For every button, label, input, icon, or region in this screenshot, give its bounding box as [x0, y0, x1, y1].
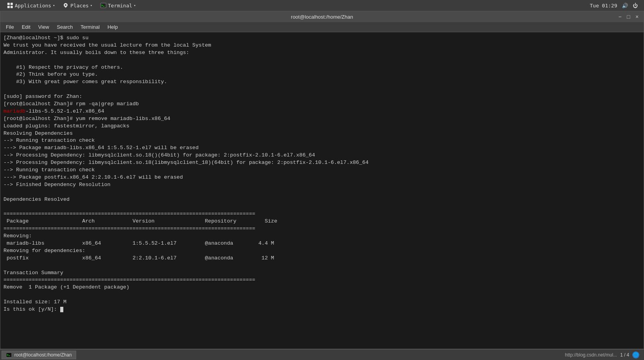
terminal-line: Loaded plugins: fastestmirror, langpacks — [3, 123, 641, 130]
taskbar-terminal-label: root@localhost:/home/Zhan — [14, 352, 72, 358]
terminal-menu[interactable]: Terminal ▾ — [96, 0, 140, 11]
terminal-line: Administrator. It usually boils down to … — [3, 49, 641, 57]
terminal-line: ---> Package postfix.x86_64 2:2.10.1-6.e… — [3, 174, 641, 181]
terminal-line: Resolving Dependencies — [3, 130, 641, 137]
terminal-line: [sudo] password for Zhan: — [3, 93, 641, 101]
datetime: Tue 01:29 — [590, 3, 617, 9]
terminal-line — [3, 57, 641, 64]
terminal-window: root@localhost:/home/Zhan − □ × File Edi… — [0, 11, 644, 349]
taskbar-link[interactable]: http://blog.csdn.net/mul... — [565, 352, 617, 358]
terminal-line: We trust you have received the usual lec… — [3, 42, 641, 49]
terminal-line — [3, 203, 641, 210]
terminal-line: [root@localhost Zhan]# rpm -qa|grep mari… — [3, 101, 641, 108]
applications-arrow: ▾ — [53, 3, 55, 7]
terminal-line: Removing: — [3, 233, 641, 240]
power-icon: ⏻ — [633, 3, 638, 9]
page-indicator: 1 / 4 — [620, 352, 629, 358]
taskbar-terminal-item[interactable]: root@localhost:/home/Zhan — [2, 351, 76, 359]
terminal-line — [3, 291, 641, 299]
terminal-content[interactable]: [Zhan@localhost ~]$ sudo su We trust you… — [0, 32, 644, 349]
window-controls: − □ × — [616, 13, 641, 20]
places-arrow: ▾ — [90, 3, 92, 7]
menu-terminal[interactable]: Terminal — [77, 22, 104, 32]
terminal-line: ========================================… — [3, 277, 641, 284]
terminal-line — [3, 189, 641, 196]
terminal-line: #1) Respect the privacy of others. — [3, 64, 641, 71]
terminal-line: --> Processing Dependency: libmysqlclien… — [3, 152, 641, 159]
terminal-line: ---> Package mariadb-libs.x86_64 1:5.5.5… — [3, 144, 641, 152]
svg-rect-5 — [101, 3, 106, 8]
svg-rect-6 — [6, 353, 12, 357]
menu-edit[interactable]: Edit — [18, 22, 34, 32]
places-icon — [63, 2, 69, 9]
terminal-line: ========================================… — [3, 225, 641, 233]
taskbar-right: http://blog.csdn.net/mul... 1 / 4 🌐 — [565, 351, 642, 358]
menu-bar: File Edit View Search Terminal Help — [0, 22, 644, 32]
minimize-button[interactable]: − — [616, 13, 623, 20]
menu-search[interactable]: Search — [53, 22, 77, 32]
menu-view[interactable]: View — [34, 22, 53, 32]
places-label: Places — [70, 3, 89, 9]
taskbar-terminal-icon — [6, 352, 12, 358]
terminal-arrow: ▾ — [134, 3, 136, 7]
svg-rect-1 — [10, 3, 13, 5]
browser-icon[interactable]: 🌐 — [632, 351, 639, 358]
applications-icon — [7, 2, 13, 9]
terminal-label: Terminal — [108, 3, 132, 9]
terminal-line: [root@localhost Zhan]# yum remove mariad… — [3, 115, 641, 123]
window-title: root@localhost:/home/Zhan — [291, 14, 353, 20]
mariadb-red-text: mariadb — [3, 108, 26, 114]
title-bar: root@localhost:/home/Zhan − □ × — [0, 11, 644, 22]
terminal-line: --> Finished Dependency Resolution — [3, 181, 641, 189]
system-bar-right: Tue 01:29 🔊 ⏻ — [590, 3, 641, 9]
menu-file[interactable]: File — [2, 22, 18, 32]
svg-point-4 — [65, 4, 66, 6]
terminal-line: [Zhan@localhost ~]$ sudo su — [3, 35, 641, 42]
terminal-input-line: Is this ok [y/N]: — [3, 306, 641, 313]
terminal-line: mariadb-libs x86_64 1:5.5.52-1.el7 @anac… — [3, 240, 641, 247]
close-button[interactable]: × — [634, 13, 641, 20]
terminal-line: Remove 1 Package (+1 Dependent package) — [3, 284, 641, 291]
places-menu[interactable]: Places ▾ — [59, 0, 96, 11]
terminal-icon — [100, 2, 106, 9]
system-bar: Applications ▾ Places ▾ Terminal ▾ Tue 0… — [0, 0, 644, 11]
terminal-line — [3, 262, 641, 270]
terminal-line: mariadb-libs-5.5.52-1.el7.x86_64 — [3, 108, 641, 115]
menu-help[interactable]: Help — [104, 22, 122, 32]
sound-icon: 🔊 — [622, 3, 628, 9]
terminal-line: Package Arch Version Repository Size — [3, 218, 641, 225]
terminal-line: postfix x86_64 2:2.10.1-6.el7 @anaconda … — [3, 255, 641, 262]
terminal-line — [3, 86, 641, 93]
terminal-line: #2) Think before you type. — [3, 71, 641, 78]
terminal-line: ========================================… — [3, 210, 641, 218]
cursor — [60, 307, 63, 312]
restore-button[interactable]: □ — [625, 13, 632, 20]
terminal-line: #3) With great power comes great respons… — [3, 78, 641, 86]
svg-rect-3 — [10, 6, 13, 8]
terminal-line: --> Running transaction check — [3, 137, 641, 144]
terminal-line: --> Processing Dependency: libmysqlclien… — [3, 159, 641, 167]
terminal-line: Transaction Summary — [3, 270, 641, 277]
svg-rect-0 — [7, 3, 10, 5]
terminal-line: Dependencies Resolved — [3, 196, 641, 203]
applications-label: Applications — [15, 3, 51, 9]
svg-rect-2 — [7, 6, 10, 8]
taskbar: root@localhost:/home/Zhan http://blog.cs… — [0, 349, 644, 360]
applications-menu[interactable]: Applications ▾ — [3, 0, 59, 11]
terminal-line: Removing for dependencies: — [3, 247, 641, 255]
terminal-line: Installed size: 17 M — [3, 299, 641, 306]
terminal-line: --> Running transaction check — [3, 167, 641, 174]
